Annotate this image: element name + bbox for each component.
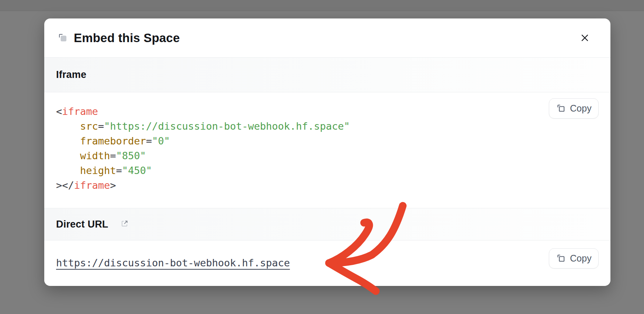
dialog-header: Embed this Space bbox=[44, 18, 610, 57]
direct-url-link[interactable]: https://discussion-bot-webhook.hf.space bbox=[56, 257, 290, 269]
embed-space-dialog: Embed this Space Iframe <iframe src="htt… bbox=[44, 18, 610, 286]
dialog-title: Embed this Space bbox=[74, 31, 180, 45]
embed-icon bbox=[58, 33, 67, 42]
direct-url-section-header: Direct URL bbox=[44, 208, 610, 240]
copy-button-label: Copy bbox=[570, 253, 591, 264]
direct-url-section-heading: Direct URL bbox=[56, 219, 108, 230]
dimmed-page-backdrop: Embed this Space Iframe <iframe src="htt… bbox=[0, 0, 644, 314]
copy-button-label: Copy bbox=[570, 103, 591, 114]
copy-iframe-code-button[interactable]: Copy bbox=[549, 98, 599, 119]
copy-icon bbox=[556, 103, 566, 113]
iframe-section-header: Iframe bbox=[44, 57, 610, 92]
copy-icon bbox=[556, 253, 566, 263]
direct-url-row: https://discussion-bot-webhook.hf.space … bbox=[44, 240, 610, 285]
iframe-section-heading: Iframe bbox=[56, 69, 86, 81]
close-button[interactable] bbox=[578, 31, 592, 45]
iframe-embed-code[interactable]: <iframe src="https://discussion-bot-webh… bbox=[44, 92, 610, 193]
copy-direct-url-button[interactable]: Copy bbox=[549, 248, 599, 269]
close-icon bbox=[580, 33, 590, 43]
backdrop-top-strip bbox=[0, 0, 644, 11]
external-link-icon[interactable] bbox=[120, 219, 129, 228]
iframe-code-section: <iframe src="https://discussion-bot-webh… bbox=[44, 92, 610, 208]
